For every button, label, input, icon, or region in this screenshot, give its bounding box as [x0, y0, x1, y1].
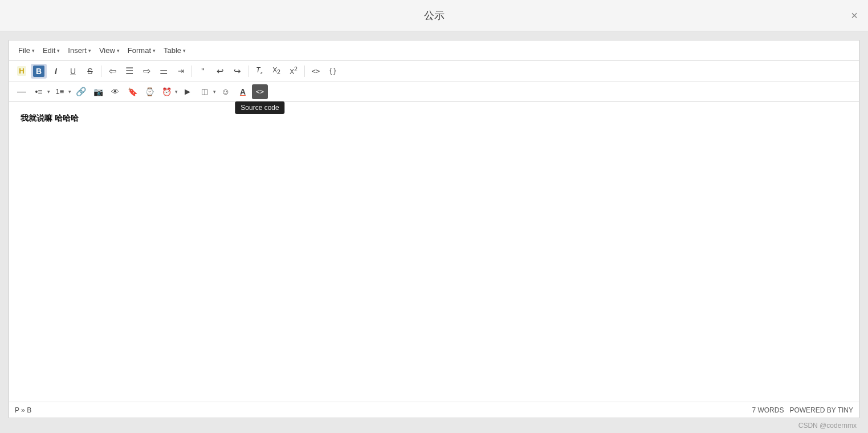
code-inline-icon: <>	[312, 67, 320, 75]
btn-italic[interactable]: I	[48, 64, 64, 79]
btn-underline[interactable]: U	[65, 64, 81, 79]
editor-container: File ▾ Edit ▾ Insert ▾ View ▾ Format ▾ T…	[9, 40, 859, 418]
btn-blockquote[interactable]: "	[195, 64, 211, 79]
justify-icon: ⚌	[160, 66, 168, 76]
table-arrow[interactable]: ▾	[213, 89, 217, 95]
eye-icon: 👁	[111, 87, 119, 96]
table-icon: ◫	[201, 87, 208, 96]
menu-edit-arrow: ▾	[57, 48, 60, 54]
sep3	[248, 66, 248, 77]
subscript-icon: X2	[272, 66, 280, 75]
btn-justify[interactable]: ⚌	[156, 64, 172, 79]
ordered-list-arrow[interactable]: ▾	[68, 89, 72, 95]
media-icon: ▶	[185, 87, 190, 96]
close-button[interactable]: ×	[851, 10, 858, 21]
menu-table[interactable]: Table ▾	[160, 44, 189, 57]
btn-table-anchor[interactable]: ⌚	[141, 84, 157, 99]
sep4	[304, 66, 305, 77]
bookmark-icon: 🔖	[128, 87, 137, 96]
source-code-btn-icon: <>	[256, 88, 264, 96]
sep1	[101, 66, 101, 77]
btn-heading[interactable]: H	[14, 64, 30, 79]
menu-format[interactable]: Format ▾	[124, 44, 159, 57]
footer: CSDN @codernmx	[0, 418, 868, 433]
btn-bold[interactable]: B	[31, 64, 47, 79]
editor-area[interactable]: 我就说嘛 哈哈哈	[9, 102, 859, 402]
table-group: ◫ ▾	[197, 84, 217, 99]
btn-media[interactable]: ▶	[180, 84, 195, 99]
btn-table[interactable]: ◫	[197, 84, 213, 99]
code-block-icon: {}	[329, 67, 337, 75]
hr-icon: —	[17, 87, 26, 97]
dialog-title: 公示	[424, 9, 445, 22]
top-bar: 公示 ×	[0, 0, 868, 31]
btn-align-center[interactable]: ☰	[121, 64, 137, 79]
menu-edit[interactable]: Edit ▾	[39, 44, 63, 57]
sep2	[191, 66, 192, 77]
status-bar: P » B 7 WORDS POWERED BY TINY	[9, 402, 859, 418]
btn-redo[interactable]: ↪	[229, 64, 245, 79]
btn-ordered-list[interactable]: 1≡	[52, 84, 68, 99]
clear-format-icon: Tx	[256, 66, 262, 75]
footer-text: CSDN @codernmx	[798, 422, 857, 430]
bullet-list-icon: •≡	[35, 87, 42, 96]
menu-insert-arrow: ▾	[88, 48, 91, 54]
menu-format-arrow: ▾	[153, 48, 156, 54]
btn-code-inline[interactable]: <>	[308, 64, 324, 79]
btn-clear-format[interactable]: Tx	[251, 64, 267, 79]
datetime-icon: ⏰	[162, 87, 172, 96]
btn-bullet-list[interactable]: •≡	[31, 84, 47, 99]
menu-bar: File ▾ Edit ▾ Insert ▾ View ▾ Format ▾ T…	[9, 40, 859, 61]
word-count: 7 WORDS POWERED BY TINY	[752, 406, 853, 414]
menu-file-arrow: ▾	[32, 48, 35, 54]
link-icon: 🔗	[76, 87, 87, 97]
menu-view[interactable]: View ▾	[96, 44, 123, 57]
ordered-list-icon: 1≡	[56, 87, 64, 96]
strikethrough-icon: S	[87, 67, 92, 76]
menu-file[interactable]: File ▾	[15, 44, 38, 57]
align-right-icon: ⇨	[143, 66, 150, 76]
menu-view-arrow: ▾	[117, 48, 120, 54]
datetime-arrow[interactable]: ▾	[174, 89, 178, 95]
ordered-list-group: 1≡ ▾	[52, 84, 72, 99]
btn-code-block[interactable]: {}	[325, 64, 341, 79]
undo-icon: ↩	[217, 66, 224, 76]
toolbar-row1: H B I U S ⇦ ☰	[9, 61, 859, 81]
btn-font-color[interactable]: A	[235, 84, 251, 99]
menu-insert[interactable]: Insert ▾	[64, 44, 95, 57]
source-code-container: <> Source code	[252, 84, 268, 99]
emoji-icon: ☺	[221, 87, 230, 96]
table-anchor-icon: ⌚	[145, 87, 154, 96]
btn-link[interactable]: 🔗	[73, 84, 89, 99]
btn-strikethrough[interactable]: S	[82, 64, 98, 79]
redo-icon: ↪	[234, 66, 241, 76]
bullet-list-arrow[interactable]: ▾	[47, 89, 51, 95]
btn-align-right[interactable]: ⇨	[138, 64, 154, 79]
btn-indent[interactable]: ⇥	[173, 64, 189, 79]
btn-emoji[interactable]: ☺	[218, 84, 234, 99]
blockquote-icon: "	[201, 66, 204, 76]
heading-icon: H	[17, 66, 26, 76]
btn-preview[interactable]: 👁	[107, 84, 123, 99]
path-indicator: P » B	[15, 406, 31, 414]
btn-undo[interactable]: ↩	[212, 64, 228, 79]
font-color-icon: A	[240, 87, 246, 96]
btn-subscript[interactable]: X2	[268, 64, 284, 79]
italic-icon: I	[55, 67, 57, 76]
btn-datetime[interactable]: ⏰	[158, 84, 174, 99]
datetime-group: ⏰ ▾	[158, 84, 178, 99]
editor-content[interactable]: 我就说嘛 哈哈哈	[21, 113, 847, 124]
btn-bookmark[interactable]: 🔖	[124, 84, 140, 99]
btn-source-code[interactable]: <>	[252, 84, 268, 99]
superscript-icon: X2	[290, 66, 298, 76]
align-center-icon: ☰	[125, 66, 133, 76]
image-icon: 📷	[93, 87, 103, 96]
btn-image[interactable]: 📷	[90, 84, 106, 99]
indent-icon: ⇥	[178, 67, 184, 75]
btn-hr[interactable]: —	[14, 84, 30, 99]
toolbar-row2: — •≡ ▾ 1≡ ▾ 🔗 📷	[9, 81, 859, 102]
bold-icon: B	[33, 66, 44, 77]
btn-superscript[interactable]: X2	[286, 64, 301, 79]
menu-table-arrow: ▾	[183, 48, 186, 54]
btn-align-left[interactable]: ⇦	[104, 64, 120, 79]
